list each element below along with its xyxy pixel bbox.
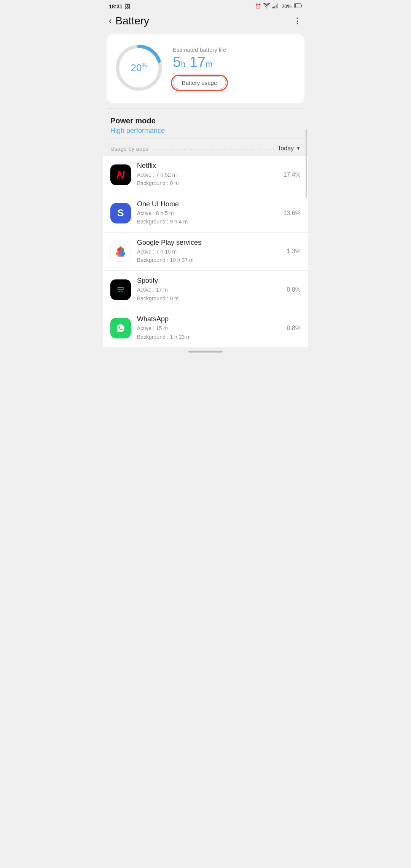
app-details-spotify: Spotify Active : 17 m Background : 0 m <box>137 277 276 303</box>
chevron-down-icon: ▼ <box>296 146 301 151</box>
app-name: Spotify <box>137 277 276 285</box>
battery-percent-text: 20% <box>131 62 147 74</box>
scrollbar[interactable] <box>306 129 307 198</box>
app-details-googleplay: Google Play services Active : 7 h 15 m B… <box>137 239 276 265</box>
image-icon: 🖼 <box>125 3 130 10</box>
app-list: N Netflix Active : 7 h 52 m Background :… <box>103 156 308 347</box>
app-stats: Active : 17 m Background : 0 m <box>137 286 276 303</box>
hours-value: 5 <box>173 54 181 70</box>
app-name: Google Play services <box>137 239 276 247</box>
svg-rect-5 <box>295 4 296 8</box>
svg-rect-0 <box>272 7 274 8</box>
filter-label: Today <box>277 145 294 152</box>
app-stats: Active : 7 h 15 m Background : 10 h 37 m <box>137 247 276 265</box>
usage-filter-dropdown[interactable]: Today ▼ <box>277 145 301 152</box>
netflix-logo: N <box>116 168 125 181</box>
top-bar-left: ‹ Battery <box>109 15 149 27</box>
svg-point-12 <box>114 283 127 296</box>
power-mode-section: Power mode High performance <box>103 109 308 139</box>
status-bar: 18:31 🖼 ⏰ 20% <box>103 0 308 11</box>
app-icon-whatsapp <box>110 318 131 338</box>
battery-circle: 20% <box>114 43 164 93</box>
app-icon-netflix: N <box>110 164 131 185</box>
battery-overview: 20% Estimated battery life 5h 17m Batter… <box>114 43 297 93</box>
svg-rect-1 <box>274 6 275 8</box>
app-name: Netflix <box>137 162 276 170</box>
app-details-oneui: One UI Home Active : 8 h 5 m Background … <box>137 200 276 226</box>
app-details-whatsapp: WhatsApp Active : 15 m Background : 1 h … <box>137 315 276 341</box>
app-name: WhatsApp <box>137 315 276 323</box>
usage-header: Usage by apps ··························… <box>103 139 308 156</box>
top-bar: ‹ Battery ⋮ <box>103 11 308 32</box>
hours-unit: h <box>181 59 185 69</box>
app-percentage: 0.8% <box>282 286 301 293</box>
battery-icon <box>294 3 302 9</box>
power-mode-value[interactable]: High performance <box>110 127 301 135</box>
app-icon-oneui: S <box>110 203 131 223</box>
app-stats: Active : 7 h 52 m Background : 0 m <box>137 171 276 188</box>
more-options-button[interactable]: ⋮ <box>293 16 302 26</box>
power-mode-title: Power mode <box>110 116 301 125</box>
minutes-value: 17 <box>190 54 206 70</box>
app-percentage: 0.8% <box>282 325 301 332</box>
app-name: One UI Home <box>137 200 276 208</box>
time-remaining: 5h 17m <box>173 54 226 70</box>
app-icon-googleplay <box>110 241 131 262</box>
list-item[interactable]: S One UI Home Active : 8 h 5 m Backgroun… <box>103 194 308 233</box>
estimated-label: Estimated battery life <box>173 46 226 53</box>
page-title: Battery <box>115 15 149 27</box>
list-item[interactable]: Google Play services Active : 7 h 15 m B… <box>103 233 308 271</box>
battery-info: Estimated battery life 5h 17m Battery us… <box>173 46 226 89</box>
status-left: 18:31 🖼 <box>109 3 130 10</box>
svg-rect-3 <box>277 3 278 8</box>
app-details-netflix: Netflix Active : 7 h 52 m Background : 0… <box>137 162 276 188</box>
battery-card: 20% Estimated battery life 5h 17m Batter… <box>107 34 304 103</box>
battery-percentage: 20% <box>282 3 292 9</box>
svg-rect-2 <box>276 5 277 8</box>
bottom-bar <box>103 347 308 356</box>
usage-by-apps-label: Usage by apps ··························… <box>110 145 277 152</box>
svg-point-11 <box>119 251 123 255</box>
svg-rect-6 <box>301 5 302 7</box>
app-percentage: 13.6% <box>282 210 301 217</box>
battery-usage-button[interactable]: Battery usage <box>173 77 226 89</box>
app-stats: Active : 15 m Background : 1 h 23 m <box>137 324 276 341</box>
list-item[interactable]: WhatsApp Active : 15 m Background : 1 h … <box>103 309 308 347</box>
signal-icon <box>272 3 279 10</box>
time-display: 18:31 <box>109 3 123 10</box>
bottom-indicator <box>188 351 223 353</box>
list-item[interactable]: Spotify Active : 17 m Background : 0 m 0… <box>103 271 308 309</box>
oneui-logo: S <box>117 207 124 219</box>
wifi-icon <box>263 3 270 10</box>
back-button[interactable]: ‹ <box>109 16 112 26</box>
app-percentage: 17.4% <box>282 171 301 178</box>
status-right: ⏰ 20% <box>255 3 302 10</box>
app-icon-spotify <box>110 279 131 300</box>
app-percentage: 1.3% <box>282 248 301 255</box>
alarm-icon: ⏰ <box>255 3 261 9</box>
app-stats: Active : 8 h 5 m Background : 9 h 4 m <box>137 209 276 226</box>
minutes-unit: m <box>206 59 212 69</box>
list-item[interactable]: N Netflix Active : 7 h 52 m Background :… <box>103 156 308 194</box>
